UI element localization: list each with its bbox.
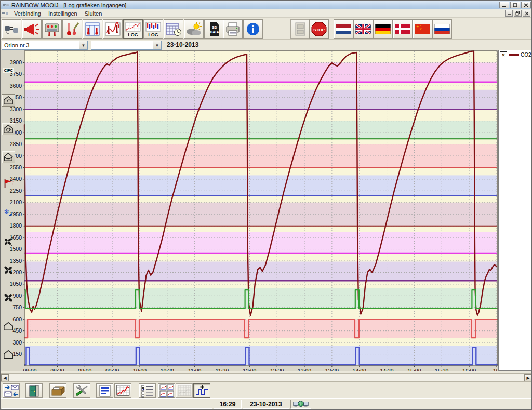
- limit-band: [25, 346, 497, 365]
- svg-text:LOG: LOG: [148, 32, 158, 37]
- menu-item-verbinding[interactable]: Verbinding: [10, 10, 45, 17]
- limit-band: [25, 121, 497, 139]
- y-tick-label: 1050: [10, 281, 22, 287]
- mdi-restore-button[interactable]: [514, 10, 522, 17]
- top-toolbar: LOGLOGSDDATASTOP: [1, 18, 532, 40]
- bottom-toolbar: [1, 382, 532, 398]
- chart-date-label: 23-10-2013: [167, 41, 198, 48]
- svg-text:DATA: DATA: [210, 30, 219, 34]
- red-graph-icon[interactable]: [114, 383, 131, 398]
- app-icon: [2, 2, 9, 8]
- exit-door-icon[interactable]: [25, 383, 43, 398]
- archive-icon: [290, 19, 310, 39]
- flag-netherlands-icon[interactable]: [334, 19, 353, 39]
- info-icon[interactable]: [243, 19, 263, 39]
- dataset-select-value: Orion nr.3: [2, 42, 79, 48]
- y-tick-label: 2100: [10, 199, 22, 205]
- chevron-down-icon[interactable]: ▼: [79, 41, 87, 49]
- circulation-icon[interactable]: [2, 123, 15, 135]
- x-tick-label: 10:30: [161, 368, 174, 371]
- log-graph-icon[interactable]: LOG: [123, 19, 143, 39]
- mix-fan-icon: [2, 235, 15, 248]
- tools-icon[interactable]: [73, 383, 90, 398]
- y-tick-label: 300: [12, 339, 22, 346]
- legend-panel: ✕ CO2: [498, 50, 531, 371]
- menu-bar: VerbindingInstellingenSluiten: [1, 9, 532, 18]
- x-tick-label: 15:30: [435, 368, 448, 371]
- weather-icon[interactable]: [184, 19, 204, 39]
- alarm-horn-icon[interactable]: [22, 19, 42, 39]
- grid-chart-icon: [176, 383, 193, 398]
- limit-band: [25, 232, 497, 253]
- horizontal-scrollbar[interactable]: ◀ ▶: [1, 373, 532, 382]
- log-bars-icon[interactable]: LOG: [143, 19, 163, 39]
- menu-item-instellingen[interactable]: Instellingen: [45, 10, 81, 17]
- mdi-minimize-button[interactable]: [505, 10, 513, 17]
- flag-china-icon[interactable]: [413, 19, 432, 39]
- notes-icon[interactable]: [96, 383, 113, 398]
- flag-denmark-icon[interactable]: [393, 19, 413, 39]
- flag-russia-icon[interactable]: [432, 19, 452, 39]
- cipc-label: CIPC: [3, 68, 14, 73]
- menu-item-sluiten[interactable]: Sluiten: [81, 10, 106, 17]
- flag-germany-icon[interactable]: [373, 19, 393, 39]
- menu-icon: [2, 11, 9, 16]
- y-tick-label: 2550: [10, 164, 22, 170]
- quad-graph-icon[interactable]: [158, 383, 175, 398]
- x-tick-label: 14:00: [353, 368, 366, 371]
- fan-icon: [2, 264, 15, 276]
- limit-band: [25, 62, 497, 82]
- house-icon: [2, 320, 15, 333]
- pulse-add-icon[interactable]: [193, 383, 210, 398]
- transfer-icon[interactable]: [3, 383, 20, 398]
- mdi-close-button[interactable]: [523, 10, 530, 17]
- calendar-thermo-icon[interactable]: [83, 19, 102, 39]
- house2-icon: [2, 348, 15, 361]
- stop-icon[interactable]: STOP: [309, 19, 329, 39]
- chart-area: 1503004506007509001050120013501500165018…: [1, 50, 532, 371]
- limit-band: [25, 288, 497, 309]
- close-button[interactable]: [521, 2, 531, 8]
- limit-band: [25, 175, 497, 195]
- legend-close-icon[interactable]: ✕: [500, 51, 507, 58]
- limit-band: [25, 90, 497, 109]
- scroll-left-icon[interactable]: ◀: [1, 374, 9, 381]
- control-panel-icon[interactable]: [42, 19, 62, 39]
- cipc-icon: CIPC: [2, 64, 15, 76]
- svg-text:STOP: STOP: [313, 28, 325, 32]
- status-time: 16:29: [214, 400, 242, 409]
- y-tick-label: 1350: [10, 258, 22, 264]
- limit-band: [25, 261, 497, 281]
- chevron-down-icon[interactable]: ▼: [153, 41, 161, 49]
- fan2-icon: [2, 292, 15, 304]
- card-box-icon[interactable]: [49, 383, 66, 398]
- x-tick-label: 16:00: [462, 368, 476, 371]
- sd-data-icon[interactable]: SDDATA: [204, 19, 224, 39]
- flag-uk-icon[interactable]: [353, 19, 373, 39]
- graph-thermo-icon[interactable]: [103, 19, 123, 39]
- title-bar: RAINBOW MOOIJ - [Log grafieken ingangen]: [1, 1, 532, 9]
- app-window: RAINBOW MOOIJ - [Log grafieken ingangen]…: [0, 0, 532, 410]
- y-tick-label: 3300: [10, 106, 22, 112]
- window-title: RAINBOW MOOIJ - [Log grafieken ingangen]: [11, 2, 126, 8]
- compare-select[interactable]: ▼: [91, 41, 162, 50]
- printer-icon[interactable]: [223, 19, 243, 39]
- table-clock-icon[interactable]: [164, 19, 183, 39]
- dataset-select[interactable]: Orion nr.3 ▼: [2, 41, 88, 50]
- x-tick-label: 16:: [493, 368, 498, 371]
- legend-series-label: CO2: [521, 52, 531, 58]
- y-tick-label: 2850: [10, 141, 22, 147]
- hatch-open-icon[interactable]: [2, 151, 15, 163]
- shed-vent-icon[interactable]: [2, 94, 15, 107]
- option-list-icon[interactable]: [139, 383, 156, 398]
- status-message-panel: [2, 400, 212, 409]
- x-tick-label: 09:30: [105, 368, 119, 371]
- minimize-button[interactable]: [499, 2, 509, 8]
- maximize-button[interactable]: [510, 2, 520, 8]
- thermometer-icon[interactable]: [62, 19, 82, 39]
- legend-item: CO2: [509, 52, 531, 58]
- limit-band: [25, 319, 497, 338]
- svg-text:LOG: LOG: [128, 32, 138, 37]
- connect-icon[interactable]: [2, 19, 21, 39]
- scroll-right-icon[interactable]: ▶: [524, 374, 532, 381]
